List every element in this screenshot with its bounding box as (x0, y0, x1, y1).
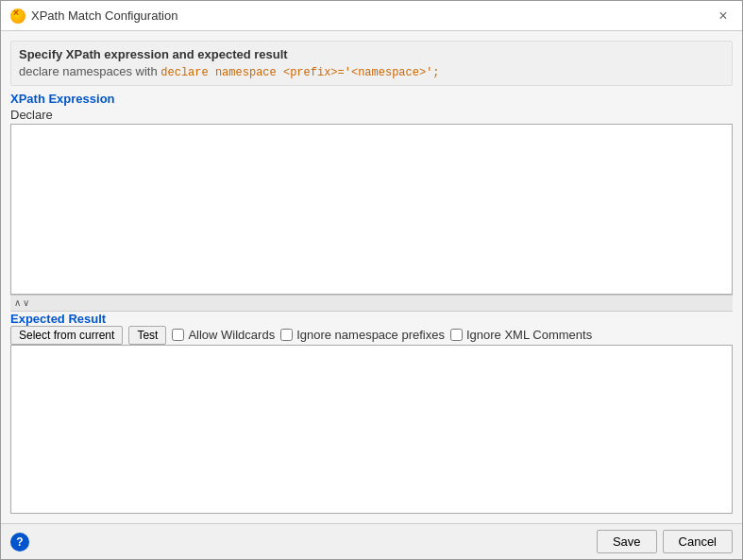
instruction-text: declare namespaces with declare namespac… (19, 64, 724, 79)
ignore-comments-checkbox[interactable] (450, 329, 463, 341)
dialog-content: Specify XPath expression and expected re… (1, 31, 742, 523)
dialog-title: XPath Match Configuration (31, 8, 177, 23)
dialog-icon (10, 8, 25, 24)
instruction-title: Specify XPath expression and expected re… (19, 47, 724, 61)
save-button[interactable]: Save (597, 530, 657, 553)
allow-wildcards-label[interactable]: Allow Wildcards (172, 328, 275, 342)
xpath-textarea[interactable] (10, 124, 733, 295)
ignore-namespace-text: Ignore namespace prefixes (296, 328, 445, 342)
bottom-buttons: Save Cancel (597, 530, 733, 553)
arrow-down-icon: ∨ (23, 298, 29, 308)
instruction-prefix: declare namespaces with (19, 64, 160, 78)
ignore-comments-text: Ignore XML Comments (466, 328, 592, 342)
main-sections: XPath Expression Declare ∧ ∨ Expected Re… (10, 92, 733, 514)
ignore-comments-label[interactable]: Ignore XML Comments (450, 328, 592, 342)
instruction-code: declare namespace <prefix>='<namespace>'… (160, 66, 439, 79)
help-button[interactable]: ? (10, 533, 29, 552)
expected-section-label: Expected Result (10, 312, 733, 326)
arrow-up-icon: ∧ (14, 298, 21, 308)
xpath-declare-label: Declare (10, 106, 733, 124)
expected-wrapper: Expected Result Select from current Test… (10, 312, 733, 515)
cancel-button[interactable]: Cancel (663, 530, 733, 553)
instruction-box: Specify XPath expression and expected re… (10, 41, 733, 86)
bottom-bar: ? Save Cancel (1, 523, 742, 559)
toolbar-row: Select from current Test Allow Wildcards… (10, 326, 733, 345)
dialog: XPath Match Configuration × Specify XPat… (0, 0, 743, 560)
xpath-wrapper: XPath Expression Declare (10, 92, 733, 295)
xpath-section-label: XPath Expression (10, 92, 733, 106)
expected-textarea[interactable] (10, 345, 733, 515)
close-button[interactable]: × (714, 7, 733, 25)
allow-wildcards-checkbox[interactable] (172, 329, 184, 341)
ignore-namespace-label[interactable]: Ignore namespace prefixes (280, 328, 445, 342)
allow-wildcards-text: Allow Wildcards (188, 328, 275, 342)
select-from-current-button[interactable]: Select from current (10, 326, 123, 345)
ignore-namespace-checkbox[interactable] (280, 329, 293, 341)
title-bar-left: XPath Match Configuration (10, 8, 177, 24)
title-bar: XPath Match Configuration × (1, 1, 742, 31)
divider-bar[interactable]: ∧ ∨ (10, 295, 733, 312)
test-button[interactable]: Test (128, 326, 166, 345)
